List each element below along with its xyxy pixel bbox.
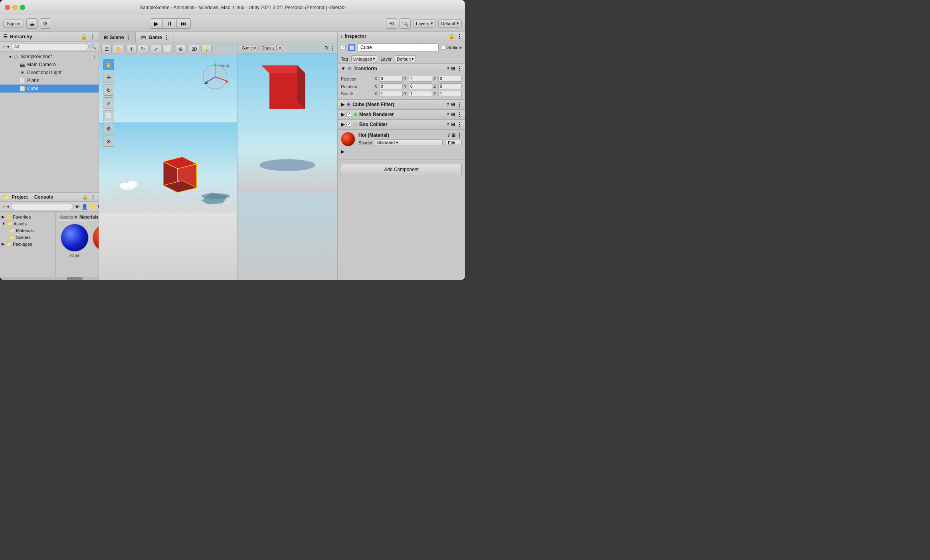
hierarchy-main-camera[interactable]: 📷 Main Camera <box>0 61 99 69</box>
hierarchy-cube[interactable]: ⬜ Cube <box>0 85 99 93</box>
game-more-icon[interactable]: ⋮ <box>330 45 335 51</box>
inspector-lock-icon[interactable]: 🔒 <box>449 34 455 39</box>
rotation-y-input[interactable] <box>409 83 432 89</box>
transform-more-icon[interactable]: ⋮ <box>457 66 462 71</box>
transform-tool-left[interactable]: ⊕ <box>103 123 114 134</box>
object-name-input[interactable] <box>358 43 439 51</box>
material-hot[interactable]: Hot <box>93 224 99 258</box>
hand-tool[interactable]: ✋ <box>113 45 123 53</box>
mesh-renderer-enabled[interactable] <box>346 112 351 117</box>
console-tab[interactable]: Console <box>34 194 53 200</box>
mesh-help-icon[interactable]: ? <box>447 103 449 107</box>
hamburger-tool[interactable]: ☰ <box>101 45 112 53</box>
object-active-checkbox[interactable] <box>341 45 346 50</box>
transform-settings-icon[interactable]: ⊞ <box>451 66 455 71</box>
renderer-help-icon[interactable]: ? <box>447 112 449 117</box>
2d-btn[interactable]: 2D <box>189 45 200 53</box>
project-eye-icon[interactable]: 👁 <box>75 204 80 210</box>
game-tab-more[interactable]: ⋮ <box>164 35 169 40</box>
project-tab[interactable]: Project <box>12 194 28 200</box>
box-collider-enabled[interactable] <box>346 122 351 127</box>
mesh-renderer-header[interactable]: ▶ ⊞ Mesh Renderer ? ⊞ ⋮ <box>338 110 465 119</box>
packages-item[interactable]: ▶ 📁 Packages <box>0 241 55 247</box>
scrollbar-thumb[interactable] <box>67 277 83 280</box>
layers-dropdown[interactable]: Layers ▾ <box>413 19 436 28</box>
materials-path-label[interactable]: Materials <box>79 215 99 219</box>
position-z-input[interactable] <box>438 76 462 82</box>
hierarchy-search-input[interactable] <box>11 43 89 50</box>
pause-button[interactable]: ⏸ <box>163 18 177 29</box>
inspector-more-icon[interactable]: ⋮ <box>457 34 462 39</box>
search-toolbar-button[interactable]: 🔍 <box>400 18 411 29</box>
rotation-x-input[interactable] <box>379 83 403 89</box>
lock-icon[interactable]: 🔒 <box>81 34 87 40</box>
assets-item[interactable]: ▼ 📁 Assets <box>0 220 55 227</box>
history-button[interactable]: ⟲ <box>386 18 397 29</box>
materials-item[interactable]: 📁 Materials <box>0 227 55 234</box>
shader-dropdown[interactable]: Standard ▾ <box>375 139 442 146</box>
static-dropdown-arrow[interactable]: ▾ <box>459 45 462 50</box>
minimize-button[interactable] <box>12 5 18 10</box>
rotate-tool-left[interactable]: ↻ <box>103 85 114 96</box>
rotate-tool[interactable]: ↻ <box>138 45 148 53</box>
hand-tool-left[interactable]: ✋ <box>103 59 114 70</box>
rect-tool[interactable]: ⬜ <box>162 45 173 53</box>
custom-tool-left[interactable]: ⊗ <box>103 136 114 147</box>
tag-dropdown[interactable]: Untagged ▾ <box>351 55 378 62</box>
play-button[interactable]: ▶ <box>150 18 163 29</box>
transform-header[interactable]: ▼ ⊕ Transform ? ⊞ ⋮ <box>338 64 465 73</box>
add-component-button[interactable]: Add Component <box>341 164 462 175</box>
mesh-more-icon[interactable]: ⋮ <box>457 102 462 107</box>
assets-path-label[interactable]: Assets <box>60 215 73 219</box>
collider-more-icon[interactable]: ⋮ <box>457 122 462 127</box>
scale-z-input[interactable] <box>438 91 462 97</box>
step-button[interactable]: ⏭ <box>177 18 191 29</box>
mesh-settings-icon[interactable]: ⊞ <box>451 102 455 107</box>
cloud-button[interactable]: ☁ <box>26 18 38 29</box>
hierarchy-plane[interactable]: ⬜ Plane <box>0 77 99 85</box>
move-tool[interactable]: ✛ <box>126 45 137 53</box>
sign-in-button[interactable]: Sign in <box>3 20 24 28</box>
material-help-icon[interactable]: ? <box>447 133 450 138</box>
rotation-z-input[interactable] <box>438 83 462 89</box>
display1-dropdown[interactable]: Display 1 ▾ <box>259 45 283 51</box>
project-person-icon[interactable]: 👤 <box>81 204 88 210</box>
transform-tool[interactable]: ⊕ <box>176 45 186 53</box>
project-more-icon[interactable]: ⋮ <box>91 194 95 200</box>
box-collider-header[interactable]: ▶ ⬡ Box Collider ? ⊞ ⋮ <box>338 120 465 129</box>
scenes-item[interactable]: 📁 Scenes <box>0 234 55 241</box>
project-add-icon[interactable]: + <box>2 204 6 210</box>
maximize-button[interactable] <box>20 5 25 10</box>
material-cold[interactable]: Cold <box>61 224 89 258</box>
edit-shader-button[interactable]: Edit... <box>445 140 462 146</box>
scene-tab[interactable]: ⊞ Scene ⋮ <box>99 32 136 43</box>
static-checkbox[interactable] <box>441 45 446 50</box>
renderer-settings-icon[interactable]: ⊞ <box>451 112 455 117</box>
add-icon[interactable]: + <box>2 44 6 50</box>
scene-tab-more[interactable]: ⋮ <box>126 35 131 40</box>
mesh-filter-header[interactable]: ▶ ⊞ Cube (Mesh Filter) ? ⊞ ⋮ <box>338 100 465 109</box>
project-star-icon[interactable]: ⭐ <box>89 204 96 210</box>
game-tab[interactable]: 🎮 Game ⋮ <box>136 32 174 43</box>
material-settings-icon[interactable]: ⊞ <box>451 132 455 138</box>
transform-help-icon[interactable]: ? <box>447 67 449 71</box>
light-btn[interactable]: 💡 <box>201 45 212 53</box>
scale-tool-left[interactable]: ⤢ <box>103 97 114 108</box>
scene-more-icon[interactable]: ⋮ <box>92 54 97 59</box>
rect-tool-left[interactable]: ⬜ <box>103 110 114 121</box>
project-scrollbar[interactable] <box>0 277 99 280</box>
hierarchy-scene-item[interactable]: ▼ ⬡ SampleScene* ⋮ <box>0 53 99 61</box>
scene-view[interactable]: ☰ ✋ ✛ ↻ ⤢ ⬜ ⊕ 2D 💡 <box>99 43 237 280</box>
project-search-input[interactable] <box>11 203 73 210</box>
renderer-more-icon[interactable]: ⋮ <box>457 112 462 117</box>
close-button[interactable] <box>5 5 10 10</box>
scale-x-input[interactable] <box>379 91 403 97</box>
position-x-input[interactable] <box>379 76 403 82</box>
layer-dropdown[interactable]: Default ▾ <box>395 55 416 62</box>
collider-help-icon[interactable]: ? <box>447 122 449 127</box>
project-lock-icon[interactable]: 🔒 <box>82 194 88 200</box>
more-icon[interactable]: ⋮ <box>90 34 95 40</box>
material-more-icon[interactable]: ⋮ <box>457 132 462 138</box>
favorites-item[interactable]: ▶ ⭐ Favorites <box>0 213 55 220</box>
default-dropdown[interactable]: Default ▾ <box>438 19 462 28</box>
